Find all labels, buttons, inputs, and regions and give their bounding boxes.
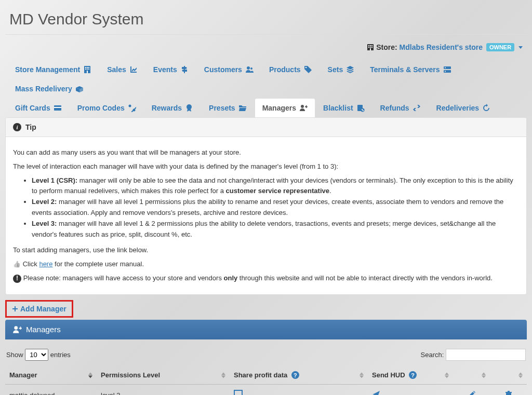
tip-note: ! Please note: managers will have access… [13, 273, 519, 284]
svg-rect-13 [87, 69, 88, 70]
sort-icon [221, 372, 225, 378]
nav-sets[interactable]: Sets [320, 60, 363, 79]
nav-sales[interactable]: Sales [99, 60, 145, 79]
add-manager-button[interactable]: Add Manager [5, 300, 73, 318]
folder-open-icon [238, 104, 247, 112]
svg-rect-1 [368, 45, 369, 46]
table-row: mattia delwood level 3 [5, 385, 527, 395]
managers-table: Manager Permissions Level Share profit d… [5, 366, 527, 395]
svg-rect-43 [508, 391, 510, 392]
edit-button[interactable] [468, 392, 476, 395]
cell-send-hud [368, 385, 453, 395]
svg-point-30 [301, 105, 304, 108]
nav-rewards[interactable]: Rewards [144, 98, 201, 117]
page-length-select[interactable]: 10 [25, 349, 48, 361]
svg-point-29 [187, 104, 192, 110]
svg-rect-4 [368, 47, 369, 48]
nav-managers[interactable]: Managers [255, 98, 315, 117]
svg-rect-40 [20, 326, 21, 330]
delete-button[interactable] [504, 392, 513, 395]
managers-panel-heading: Managers [5, 320, 527, 339]
svg-rect-42 [506, 392, 512, 393]
svg-rect-15 [87, 71, 88, 73]
nav-blacklist[interactable]: Blacklist [315, 98, 373, 117]
building-icon [83, 65, 91, 74]
credit-card-icon [54, 104, 62, 112]
svg-rect-7 [370, 48, 371, 50]
nav-gift-cards[interactable]: Gift Cards [7, 98, 70, 117]
search-input[interactable] [446, 349, 526, 361]
help-icon[interactable]: ? [291, 371, 299, 379]
sort-icon [482, 372, 486, 378]
thumbs-up-icon [13, 260, 21, 268]
nav-events[interactable]: Events [145, 60, 196, 79]
nav-promo-codes[interactable]: Promo Codes [70, 98, 144, 117]
tip-panel: i Tip You can add as many users as you w… [5, 117, 527, 295]
tip-level2: Level 2: manager will have all level 1 p… [32, 197, 519, 219]
tags-icon [304, 65, 312, 74]
ban-list-icon [356, 104, 365, 112]
svg-rect-25 [54, 107, 61, 108]
datatable-length: Show 10 entries [6, 349, 71, 361]
col-permissions[interactable]: Permissions Level [97, 366, 230, 385]
page-title: MD Vendor System [5, 0, 527, 35]
datatable-search: Search: [421, 349, 526, 361]
tip-level3: Level 3: manager will have all level 1 &… [32, 219, 519, 240]
nav-redeliveries[interactable]: Redeliveries [429, 98, 499, 117]
plus-icon [12, 306, 18, 312]
nav-presets[interactable]: Presets [201, 98, 255, 117]
svg-rect-12 [85, 69, 86, 70]
svg-rect-2 [370, 45, 371, 46]
svg-point-23 [445, 71, 446, 72]
svg-rect-14 [88, 69, 89, 70]
col-delete [490, 366, 527, 385]
nav-store-management[interactable]: Store Management [7, 60, 99, 79]
paper-plane-icon [372, 390, 380, 395]
info-circle-icon: i [13, 123, 21, 131]
svg-point-19 [305, 67, 307, 69]
award-icon [185, 104, 193, 112]
svg-point-38 [14, 326, 18, 330]
nav-products[interactable]: Products [261, 60, 320, 79]
nav-terminals[interactable]: Terminals & Servers [362, 60, 459, 79]
history-icon [482, 104, 490, 112]
col-send-hud[interactable]: Send HUD ? [368, 366, 453, 385]
col-edit [453, 366, 490, 385]
sort-icon [518, 372, 523, 378]
svg-rect-10 [87, 67, 88, 68]
sort-icon [88, 372, 92, 378]
chart-line-icon [129, 65, 138, 74]
building-icon [367, 44, 374, 51]
tip-level1: Level 1 (CSR): manager will only be able… [32, 175, 519, 197]
svg-point-22 [445, 67, 446, 69]
tip-heading: i Tip [6, 118, 526, 137]
nav-mass-redelivery[interactable]: Mass Redelivery [7, 79, 91, 98]
col-share-profit[interactable]: Share profit data ? [230, 366, 368, 385]
nav-refunds[interactable]: Refunds [373, 98, 429, 117]
svg-point-26 [128, 105, 131, 107]
cell-share-profit [230, 385, 368, 395]
svg-rect-41 [506, 393, 511, 395]
main-nav-row2: Gift Cards Promo Codes Rewards Presets M… [5, 98, 527, 117]
signpost-icon [180, 65, 189, 74]
store-prefix: Store: [376, 43, 397, 51]
col-manager[interactable]: Manager [5, 366, 97, 385]
nav-customers[interactable]: Customers [196, 60, 261, 79]
share-profit-checkbox[interactable] [234, 390, 243, 395]
users-icon [245, 65, 254, 74]
svg-point-17 [247, 66, 250, 70]
main-nav-row1: Store Management Sales Events Customers … [5, 60, 527, 98]
svg-rect-9 [85, 67, 86, 68]
tip-manual-line: Click here for the complete user manual. [13, 259, 519, 270]
help-icon[interactable]: ? [409, 371, 417, 379]
svg-rect-3 [371, 45, 373, 46]
exclamation-circle-icon: ! [13, 275, 21, 283]
user-plus-icon [299, 104, 308, 112]
store-dropdown[interactable]: Mdlabs Resident's store OWNER [400, 43, 523, 51]
send-hud-button[interactable] [372, 392, 380, 395]
server-icon [443, 65, 451, 74]
percent-icon [128, 104, 136, 112]
tip-intro1: You can add as many users as you want th… [13, 147, 519, 158]
pencil-icon [468, 390, 476, 395]
manual-link[interactable]: here [39, 260, 52, 268]
